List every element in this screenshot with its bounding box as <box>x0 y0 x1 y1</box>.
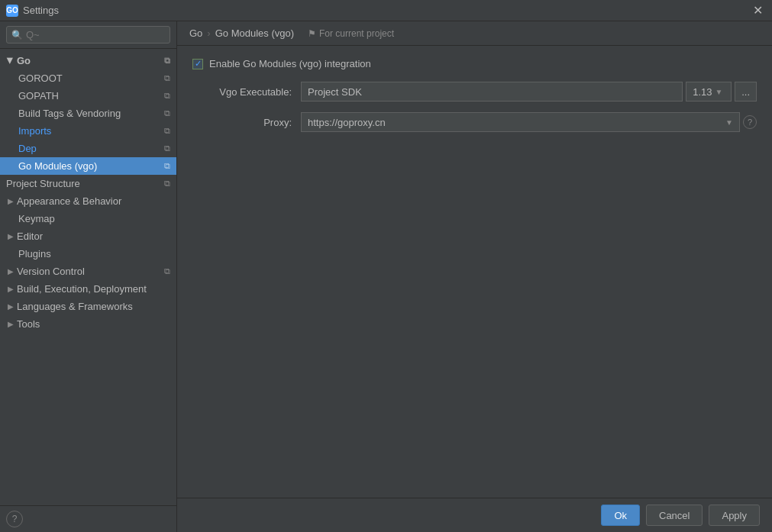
sidebar-item-label-editor: Editor <box>17 231 170 242</box>
search-box[interactable]: 🔍 <box>6 26 170 44</box>
help-button[interactable]: ? <box>6 511 23 527</box>
copy-icon-gopath: ⧉ <box>164 91 170 101</box>
search-input[interactable] <box>26 29 165 40</box>
expand-arrow-languages: ▶ <box>6 302 15 311</box>
sidebar-item-languages[interactable]: ▶ Languages & Frameworks <box>0 298 176 315</box>
sidebar-item-label-goroot: GOROOT <box>18 73 164 84</box>
sidebar: 🔍 ▶ Go ⧉ GOROOT ⧉ GOPATH ⧉ <box>0 21 177 532</box>
breadcrumb-root: Go <box>189 27 202 39</box>
for-current-project: ⚑ For current project <box>308 28 394 39</box>
sidebar-item-label-go-modules: Go Modules (vgo) <box>18 160 164 172</box>
sidebar-item-label-gopath: GOPATH <box>18 90 164 102</box>
expand-arrow-build-exec: ▶ <box>6 285 15 294</box>
expand-arrow-editor: ▶ <box>6 232 15 241</box>
sidebar-item-label-project-structure: Project Structure <box>6 178 164 189</box>
sidebar-item-label-imports: Imports <box>18 125 164 137</box>
copy-icon-version-control: ⧉ <box>164 266 170 276</box>
copy-icon-dep: ⧉ <box>164 143 170 153</box>
proxy-row: Proxy: https://goproxy.cn ▼ ? <box>192 112 757 132</box>
copy-icon-project-structure: ⧉ <box>164 179 170 189</box>
sidebar-item-label-dep: Dep <box>18 143 164 154</box>
cancel-button[interactable]: Cancel <box>646 505 703 526</box>
bottom-bar: Ok Cancel Apply <box>177 498 772 532</box>
vgo-executable-input[interactable] <box>301 82 683 102</box>
proxy-label: Proxy: <box>192 117 292 128</box>
sidebar-item-label-build-tags: Build Tags & Vendoring <box>18 108 164 119</box>
copy-icon-goroot: ⧉ <box>164 73 170 83</box>
copy-icon-imports: ⧉ <box>164 126 170 136</box>
enable-checkbox-label: Enable Go Modules (vgo) integration <box>209 58 371 69</box>
sidebar-item-go-modules[interactable]: Go Modules (vgo) ⧉ <box>0 157 176 175</box>
sidebar-item-label-keymap: Keymap <box>18 213 170 224</box>
sidebar-item-label-appearance: Appearance & Behavior <box>17 195 170 207</box>
for-current-project-label: For current project <box>319 28 394 39</box>
enable-checkbox-row: Enable Go Modules (vgo) integration <box>192 58 757 69</box>
apply-button[interactable]: Apply <box>709 505 760 526</box>
sidebar-bottom: ? <box>0 505 176 532</box>
proxy-dropdown-arrow: ▼ <box>725 118 733 127</box>
breadcrumb-separator: › <box>207 27 210 39</box>
sidebar-item-label-tools: Tools <box>17 318 170 330</box>
sidebar-item-project-structure[interactable]: Project Structure ⧉ <box>0 175 176 192</box>
app-icon: GO <box>6 5 18 17</box>
expand-arrow-version-control: ▶ <box>6 267 15 276</box>
window-title: Settings <box>23 5 59 16</box>
main-container: 🔍 ▶ Go ⧉ GOROOT ⧉ GOPATH ⧉ <box>0 21 772 532</box>
sidebar-nav: ▶ Go ⧉ GOROOT ⧉ GOPATH ⧉ Build Tags & Ve… <box>0 49 176 505</box>
proxy-help-icon[interactable]: ? <box>743 115 757 129</box>
sidebar-item-editor[interactable]: ▶ Editor <box>0 227 176 245</box>
sidebar-item-label-go: Go <box>17 55 164 66</box>
sidebar-item-goroot[interactable]: GOROOT ⧉ <box>0 69 176 87</box>
ok-button[interactable]: Ok <box>601 505 640 526</box>
vgo-executable-label: Vgo Executable: <box>192 86 292 98</box>
vgo-executable-row: Vgo Executable: 1.13 ▼ ... <box>192 82 757 102</box>
search-container: 🔍 <box>0 21 176 49</box>
proxy-controls: https://goproxy.cn ▼ ? <box>301 112 757 132</box>
vgo-executable-controls: 1.13 ▼ ... <box>301 82 757 102</box>
close-button[interactable]: ✕ <box>750 3 766 18</box>
copy-icon-go: ⧉ <box>164 56 170 66</box>
sidebar-item-build-tags[interactable]: Build Tags & Vendoring ⧉ <box>0 105 176 122</box>
sidebar-item-label-build-exec: Build, Execution, Deployment <box>17 283 170 295</box>
enable-checkbox[interactable] <box>192 59 203 69</box>
breadcrumb-bar: Go › Go Modules (vgo) ⚑ For current proj… <box>177 21 772 46</box>
copy-icon-build-tags: ⧉ <box>164 108 170 118</box>
sdk-version-selector[interactable]: 1.13 ▼ <box>686 82 732 102</box>
title-bar-left: GO Settings <box>6 5 59 17</box>
sidebar-item-go[interactable]: ▶ Go ⧉ <box>0 52 176 69</box>
content-area: Go › Go Modules (vgo) ⚑ For current proj… <box>177 21 772 532</box>
sidebar-item-label-version-control: Version Control <box>17 266 164 277</box>
settings-panel: Enable Go Modules (vgo) integration Vgo … <box>177 46 772 498</box>
sidebar-item-label-languages: Languages & Frameworks <box>17 301 170 312</box>
sidebar-item-appearance-behavior[interactable]: ▶ Appearance & Behavior <box>0 192 176 210</box>
proxy-selector[interactable]: https://goproxy.cn ▼ <box>301 112 740 132</box>
version-dropdown-arrow: ▼ <box>715 88 722 96</box>
sidebar-item-tools[interactable]: ▶ Tools <box>0 315 176 333</box>
sidebar-item-plugins[interactable]: Plugins <box>0 245 176 263</box>
title-bar: GO Settings ✕ <box>0 0 772 21</box>
sidebar-item-keymap[interactable]: Keymap <box>0 210 176 227</box>
sidebar-item-dep[interactable]: Dep ⧉ <box>0 140 176 157</box>
search-icon: 🔍 <box>11 30 23 40</box>
browse-button[interactable]: ... <box>735 82 757 102</box>
expand-arrow-appearance: ▶ <box>6 197 15 206</box>
flag-icon: ⚑ <box>308 28 316 39</box>
expand-arrow-go: ▶ <box>6 56 15 66</box>
sidebar-item-gopath[interactable]: GOPATH ⧉ <box>0 87 176 105</box>
sidebar-item-version-control[interactable]: ▶ Version Control ⧉ <box>0 263 176 280</box>
sidebar-item-label-plugins: Plugins <box>18 248 170 260</box>
copy-icon-go-modules: ⧉ <box>164 161 170 171</box>
sidebar-item-imports[interactable]: Imports ⧉ <box>0 122 176 140</box>
sidebar-item-build-exec[interactable]: ▶ Build, Execution, Deployment <box>0 280 176 298</box>
expand-arrow-tools: ▶ <box>6 320 15 329</box>
proxy-value: https://goproxy.cn <box>308 117 386 128</box>
sdk-version-value: 1.13 <box>693 86 712 98</box>
breadcrumb-current: Go Modules (vgo) <box>215 27 294 39</box>
